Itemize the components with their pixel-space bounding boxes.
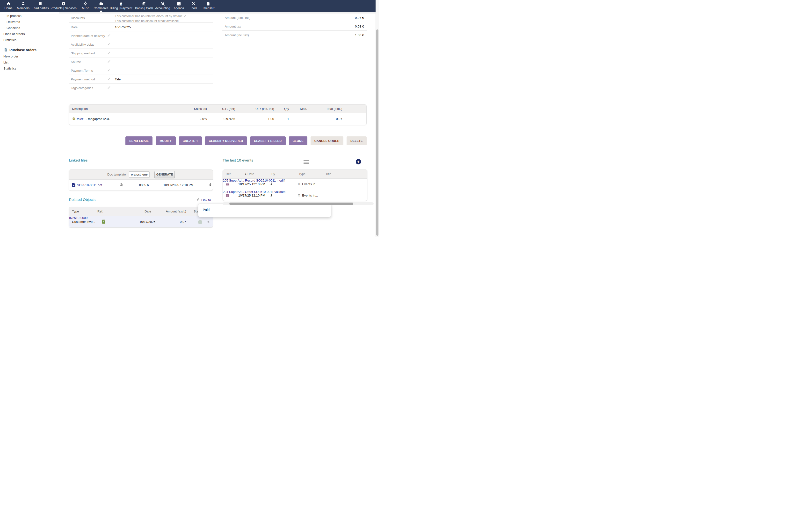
- linked-files-title: Linked files: [69, 158, 88, 163]
- order-lines-header: Description Sales tax U.P. (net) U.P. (i…: [69, 105, 366, 113]
- edit-pencil-icon[interactable]: [107, 34, 111, 38]
- page-vscrollbar-thumb[interactable]: [376, 30, 378, 236]
- product-cube-icon: [72, 117, 75, 121]
- nav-agenda[interactable]: Agenda: [173, 0, 184, 12]
- cube-icon: [61, 1, 66, 6]
- send-email-button[interactable]: SEND EMAIL: [125, 136, 152, 145]
- select-caret-icon: ▼: [146, 172, 148, 177]
- event-by-link[interactable]: SuperAd...: [229, 190, 244, 193]
- generate-button[interactable]: GENERATE: [154, 171, 175, 178]
- related-objects-header: Type Ref. Date Amount (excl.) Status: [69, 207, 213, 216]
- event-row: 204 10/17/25 12:10 PM SuperAd... ⚙ Event…: [223, 190, 367, 201]
- sidebar-divider: [59, 12, 59, 237]
- event-title-link[interactable]: Order SO2510-0011 validate: [245, 190, 286, 193]
- edit-pencil-icon[interactable]: [107, 51, 111, 55]
- edit-pencil-icon[interactable]: [107, 42, 111, 46]
- home-icon: [6, 1, 11, 6]
- sidebar-item-in-process[interactable]: In process: [6, 14, 21, 18]
- line-up-net: 0.97466: [207, 117, 235, 121]
- gear-icon: ⚙: [298, 182, 301, 186]
- sidebar-item-list[interactable]: List: [3, 61, 8, 64]
- sidebar-section-divider: [2, 45, 56, 45]
- edit-pencil-icon[interactable]: [107, 68, 111, 72]
- sidebar-item-purchase-statistics[interactable]: Statistics: [3, 67, 16, 70]
- events-table: Ref. ▲ Date By Type Title 205 10/17/25 1…: [222, 169, 367, 201]
- modify-button[interactable]: MODIFY: [156, 136, 175, 145]
- building-icon: [38, 1, 43, 6]
- field-row-discounts: Discounts This customer has no relative …: [69, 13, 213, 23]
- event-type: Events in...: [302, 182, 318, 186]
- edit-pencil-icon[interactable]: [107, 60, 111, 64]
- event-title-link[interactable]: Record SO2510-0011 modifi: [245, 179, 285, 182]
- active-tab-pointer: [99, 10, 103, 12]
- gear-icon: ⚙: [298, 193, 301, 197]
- product-link[interactable]: taler1: [77, 117, 85, 121]
- classify-delivered-button[interactable]: CLASSIFY DELIVERED: [205, 136, 247, 145]
- events-hscrollbar-thumb[interactable]: [230, 203, 353, 205]
- sidebar-item-new-order[interactable]: New order: [3, 55, 18, 58]
- nav-members[interactable]: Members: [17, 0, 30, 12]
- order-card-page: Home Members Third parties Products | Se…: [0, 0, 379, 237]
- doc-template-select[interactable]: eratosthene ▼: [129, 171, 150, 178]
- delete-button[interactable]: DELETE: [347, 136, 367, 145]
- events-menu-icon[interactable]: [304, 160, 309, 165]
- classify-billed-button[interactable]: CLASSIFY BILLED: [250, 136, 286, 145]
- sidebar-item-statistics[interactable]: Statistics: [3, 38, 16, 42]
- order-line-row: taler1 - megaprod1234 2.6% 0.97466 1.00 …: [69, 113, 366, 125]
- event-calendar-icon: [226, 193, 229, 198]
- related-object-row: Customer invo... $ IN2510-0009 10/17/202…: [69, 216, 213, 227]
- event-ref-link[interactable]: 205: [223, 179, 228, 182]
- edit-pencil-icon[interactable]: [107, 77, 111, 81]
- event-row: 205 10/17/25 12:10 PM SuperAd... ⚙ Event…: [223, 179, 367, 190]
- related-ref-link[interactable]: IN2510-0009: [69, 216, 88, 220]
- event-date: 10/17/25 12:10 PM: [238, 193, 265, 197]
- discounts-value: This customer has no relative discount b…: [115, 14, 187, 23]
- nav-accounting[interactable]: $ Accounting: [155, 0, 170, 12]
- linked-files-header: Doc template eratosthene ▼ GENERATE: [69, 170, 213, 180]
- cubes-icon: [83, 1, 88, 6]
- nav-mrp[interactable]: MRP: [82, 0, 89, 12]
- nav-home[interactable]: Home: [4, 0, 12, 12]
- purchase-orders-icon: [4, 48, 8, 53]
- nav-third-parties[interactable]: Third parties: [32, 0, 49, 12]
- event-calendar-icon: [226, 182, 229, 187]
- file-size: 8805 b.: [130, 183, 150, 187]
- order-lines-table: Description Sales tax U.P. (net) U.P. (i…: [69, 104, 367, 125]
- sidebar-item-canceled[interactable]: Canceled: [6, 26, 20, 30]
- clone-button[interactable]: CLONE: [289, 136, 307, 145]
- preview-magnifier-icon[interactable]: [120, 183, 123, 187]
- event-by-link[interactable]: SuperAd...: [229, 179, 244, 182]
- sidebar-title-purchase-orders[interactable]: Purchase orders: [9, 48, 37, 52]
- create-button[interactable]: CREATE▾: [179, 136, 202, 145]
- amounts-panel: Amount (excl. tax) 0.97 € Amount tax 0.0…: [222, 13, 367, 39]
- tools-icon: [191, 1, 196, 6]
- nav-banks-cash[interactable]: Banks | Cash: [135, 0, 153, 12]
- briefcase-icon: [99, 1, 103, 6]
- cancel-order-button[interactable]: CANCEL ORDER: [311, 136, 343, 145]
- page-vscrollbar-track[interactable]: [375, 0, 379, 237]
- nav-billing-payment[interactable]: $ Billing | Payment: [110, 0, 133, 12]
- search-dollar-icon: $: [160, 1, 165, 6]
- amount-tax-value: 0.03 €: [355, 24, 364, 28]
- product-suffix: - megaprod1234: [86, 117, 109, 121]
- add-event-button[interactable]: +: [356, 159, 361, 164]
- nav-products-services[interactable]: Products | Services: [51, 0, 77, 12]
- field-row-date: Date 10/17/2025: [69, 23, 213, 32]
- nav-talerbarr[interactable]: TalerBarr: [202, 0, 215, 12]
- chevron-down-icon: ▾: [197, 139, 198, 143]
- nav-tools[interactable]: Tools: [190, 0, 197, 12]
- amount-excl-value: 0.97 €: [355, 16, 364, 19]
- linked-file-link[interactable]: SO2510-0011.pdf: [77, 183, 102, 187]
- sort-asc-icon[interactable]: ▲: [245, 173, 247, 175]
- amount-row-tax: Amount tax 0.03 €: [222, 22, 367, 31]
- sidebar-item-lines-of-orders[interactable]: Lines of orders: [3, 32, 25, 36]
- edit-pencil-icon[interactable]: [184, 14, 187, 19]
- edit-pencil-icon[interactable]: [107, 86, 111, 90]
- event-ref-link[interactable]: 204: [223, 190, 228, 193]
- status-dot: [198, 220, 202, 224]
- unlink-icon[interactable]: [206, 220, 210, 225]
- link-to-action[interactable]: Link to...: [196, 198, 214, 202]
- sidebar-item-delivered[interactable]: Delivered: [6, 20, 20, 24]
- trash-icon[interactable]: [209, 183, 212, 187]
- amount-row-incl: Amount (inc. tax) 1.00 €: [222, 31, 367, 39]
